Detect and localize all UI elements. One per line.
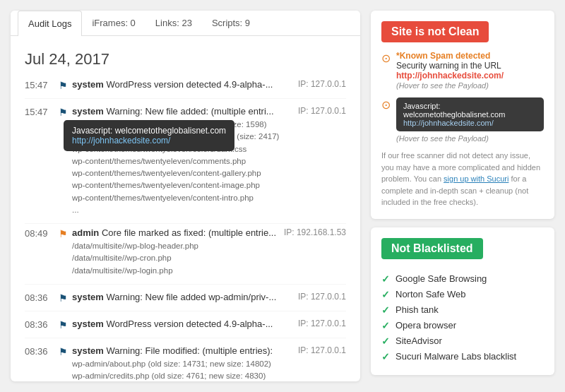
right-panel: Site is not Clean ⊙ *Known Spam detected… [371, 11, 554, 381]
log-body: admin Core file marked as fixed: (multip… [72, 227, 346, 277]
log-text: system Warning: New file added wp-admin/… [72, 292, 291, 302]
domain-hover-note: (Hover to see the Payload) [396, 134, 544, 143]
spam-desc: Security warning in the URL [396, 61, 501, 71]
check-icon: ✓ [381, 289, 390, 300]
status-card: Site is not Clean ⊙ *Known Spam detected… [371, 11, 554, 219]
spam-url[interactable]: http://johnhackedsite.com/ [396, 71, 504, 81]
log-text: system Warning: File modified: (multiple… [72, 345, 291, 356]
warning-item-spam: ⊙ *Known Spam detected Security warning … [381, 51, 544, 90]
audit-content: Jul 24, 2017 15:47 ⚑ system WordPress ve… [11, 36, 360, 381]
flag-icon: ⚑ [59, 346, 68, 381]
check-icon: ✓ [381, 273, 390, 285]
list-item: ✓ Google Safe Browsing [381, 271, 544, 287]
log-details: /data/multisite//wp-blog-header.php /dat… [72, 240, 346, 277]
log-ip: IP: 127.0.0.1 [298, 345, 346, 355]
table-row: 15:47 ⚑ system WordPress version detecte… [25, 79, 346, 99]
tab-iframes[interactable]: iFrames: 0 [82, 12, 145, 34]
check-icon: ✓ [381, 351, 390, 362]
blacklist-item-label: SiteAdvisor [396, 335, 442, 346]
table-row: 08:36 ⚑ system Warning: New file added w… [25, 292, 346, 311]
log-body: system Warning: New file added: (multipl… [72, 106, 346, 216]
log-text: system WordPress version detected 4.9-al… [72, 79, 291, 90]
warning-circle-icon: ⊙ [381, 52, 391, 65]
list-item: ✓ Opera browser [381, 318, 544, 333]
flag-icon: ⚑ [59, 292, 68, 304]
log-text: admin Core file marked as fixed: (multip… [72, 227, 277, 238]
log-ip: IP: 192.168.1.53 [284, 227, 346, 237]
warning-circle-icon-2: ⊙ [381, 98, 391, 112]
blacklist-item-label: Phish tank [396, 304, 439, 315]
log-time: 15:47 [25, 79, 53, 91]
tooltip-label: Javascript: welcometotheglobalisnet.com [72, 126, 226, 136]
blacklist-card: Not Blacklisted ✓ Google Safe Browsing ✓… [371, 227, 554, 375]
tooltip-box: Javascript: welcometotheglobalisnet.com … [64, 120, 234, 151]
tab-audit-logs[interactable]: Audit Logs [18, 11, 82, 36]
tooltip-domain-link[interactable]: http://johnhackedsite.com/ [403, 119, 537, 127]
log-time: 08:49 [25, 227, 53, 277]
log-time: 08:36 [25, 345, 53, 381]
log-ip: IP: 127.0.0.1 [298, 319, 346, 328]
warning-text-domain: Javascript: welcometotheglobalisnet.com … [396, 97, 544, 143]
table-row: 08:49 ⚑ admin Core file marked as fixed:… [25, 227, 346, 285]
table-row: 15:47 ⚑ system Warning: New file added: … [25, 106, 346, 224]
blacklist-item-label: Google Safe Browsing [396, 273, 487, 284]
blacklist-item-label: Norton Safe Web [396, 289, 465, 299]
check-icon: ✓ [381, 320, 390, 331]
log-ip: IP: 127.0.0.1 [298, 79, 346, 89]
log-text: system WordPress version detected 4.9-al… [72, 319, 291, 329]
list-item: ✓ SiteAdvisor [381, 333, 544, 349]
sign-up-link[interactable]: sign up with Sucuri [444, 174, 509, 183]
flag-icon: ⚑ [59, 80, 68, 91]
tab-scripts[interactable]: Scripts: 9 [202, 12, 260, 34]
domain-tooltip: Javascript: welcometotheglobalisnet.com … [396, 97, 544, 131]
check-icon: ✓ [381, 335, 390, 347]
check-icon: ✓ [381, 304, 390, 316]
log-ip: IP: 127.0.0.1 [298, 292, 346, 302]
list-item: ✓ Phish tank [381, 302, 544, 318]
table-row: 08:36 ⚑ system WordPress version detecte… [25, 319, 346, 338]
log-text: system Warning: New file added: (multipl… [72, 106, 291, 117]
spam-label: *Known Spam detected [396, 51, 490, 61]
log-body: system WordPress version detected 4.9-al… [72, 319, 346, 331]
log-body: system Warning: File modified: (multiple… [72, 345, 346, 381]
blacklist-status-badge: Not Blacklisted [381, 238, 483, 259]
list-item: ✓ Norton Safe Web [381, 287, 544, 302]
log-time: 08:36 [25, 292, 53, 304]
tooltip-link[interactable]: http://johnhackedsite.com/ [72, 136, 170, 145]
hover-note: (Hover to see the Payload) [396, 81, 489, 90]
log-body: system Warning: New file added wp-admin/… [72, 292, 346, 304]
flag-icon: ⚑ [59, 319, 68, 331]
log-time: 08:36 [25, 319, 53, 331]
tab-links[interactable]: Links: 23 [145, 12, 202, 34]
list-item: ✓ Sucuri Malware Labs blacklist [381, 349, 544, 364]
tabs-bar: Audit Logs iFrames: 0 Links: 23 Scripts:… [11, 11, 360, 36]
site-status-badge: Site is not Clean [381, 21, 489, 42]
left-panel: Audit Logs iFrames: 0 Links: 23 Scripts:… [11, 11, 360, 381]
log-body: system WordPress version detected 4.9-al… [72, 79, 346, 91]
blacklist-list: ✓ Google Safe Browsing ✓ Norton Safe Web… [381, 271, 544, 364]
tooltip-domain-label: Javascript: welcometotheglobalisnet.com [403, 102, 505, 119]
blacklist-item-label: Sucuri Malware Labs blacklist [396, 351, 516, 362]
blacklist-item-label: Opera browser [396, 320, 456, 331]
table-row: 08:36 ⚑ system Warning: File modified: (… [25, 345, 346, 381]
audit-date: Jul 24, 2017 [25, 50, 346, 69]
warning-item-domain: ⊙ Javascript: welcometotheglobalisnet.co… [381, 97, 544, 143]
log-details: wp-admin/about.php (old size: 14731; new… [72, 358, 346, 381]
log-time: 15:47 [25, 106, 53, 216]
log-ip: IP: 127.0.0.1 [298, 106, 346, 116]
flag-icon: ⚑ [59, 228, 68, 277]
free-scan-text: If our free scanner did not detect any i… [381, 150, 544, 208]
warning-text-spam: *Known Spam detected Security warning in… [396, 51, 504, 90]
